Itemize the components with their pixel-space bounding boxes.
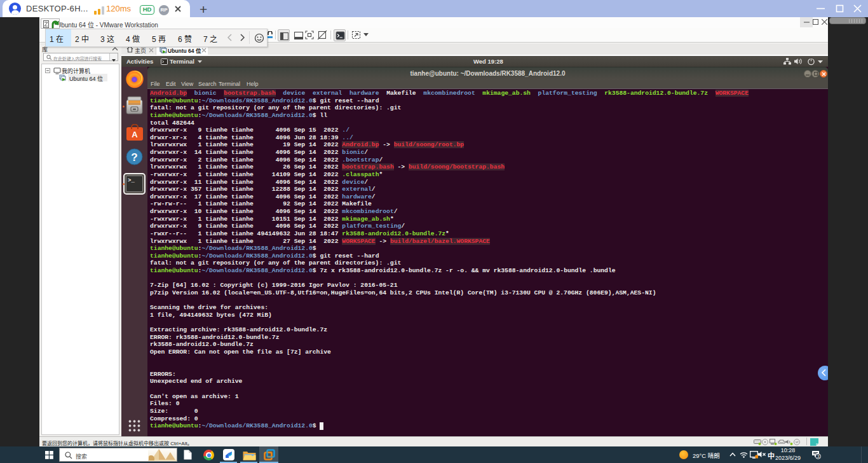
svg-text:A: A bbox=[132, 130, 138, 139]
svg-text:3: 3 bbox=[817, 453, 819, 459]
svg-text:?: ? bbox=[131, 151, 137, 163]
